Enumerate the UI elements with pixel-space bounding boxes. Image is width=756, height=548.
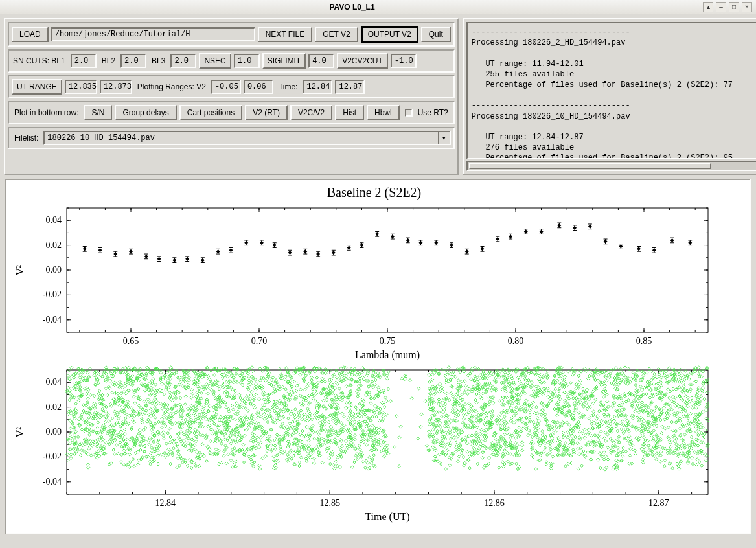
svg-marker-1052 xyxy=(190,466,193,470)
svg-marker-1074 xyxy=(201,443,204,446)
row-file-controls: LOAD /home/jones/Reduce/Tutorial/H NEXT … xyxy=(8,22,455,47)
v2-lo-input[interactable]: -0.05 xyxy=(211,80,241,94)
svg-marker-996 xyxy=(551,455,555,458)
ut-hi-input[interactable]: 12.873 xyxy=(100,80,132,94)
svg-marker-2920 xyxy=(143,389,146,392)
svg-marker-4229 xyxy=(685,424,689,427)
load-button[interactable]: LOAD xyxy=(12,27,49,42)
svg-marker-426 xyxy=(368,456,371,459)
bl3-input[interactable]: 2.0 xyxy=(170,54,196,68)
svg-marker-2194 xyxy=(213,374,216,377)
svg-marker-652 xyxy=(231,404,234,407)
svg-marker-3579 xyxy=(654,405,658,409)
scroll-thumb[interactable] xyxy=(469,163,711,169)
get-v2-button[interactable]: GET V2 xyxy=(315,27,358,42)
svg-marker-1362 xyxy=(159,402,162,405)
quit-button[interactable]: Quit xyxy=(421,27,451,42)
svg-marker-388 xyxy=(218,405,222,409)
svg-marker-160 xyxy=(273,244,277,247)
cart-positions-button[interactable]: Cart positions xyxy=(179,105,242,120)
svg-marker-4441 xyxy=(687,378,691,381)
minimize-icon[interactable]: – xyxy=(716,2,726,12)
svg-marker-3112 xyxy=(154,383,157,386)
dropdown-icon[interactable]: ▾ xyxy=(438,132,450,144)
svg-marker-1042 xyxy=(659,450,663,453)
filelist-input[interactable]: 180226_10_HD_154494.pav xyxy=(45,132,437,144)
svg-marker-3252 xyxy=(127,422,130,425)
svg-marker-2324 xyxy=(456,460,459,463)
time-lo-input[interactable]: 12.84 xyxy=(303,80,332,94)
maximize-icon[interactable]: □ xyxy=(729,2,739,12)
svg-marker-3125 xyxy=(347,371,350,374)
svg-marker-2050 xyxy=(620,428,623,431)
v2cv2cut-input[interactable]: -1.0 xyxy=(391,54,417,68)
svg-marker-815 xyxy=(529,413,532,417)
svg-marker-581 xyxy=(163,451,166,455)
filelist-combo[interactable]: 180226_10_HD_154494.pav ▾ xyxy=(43,131,450,145)
svg-marker-2946 xyxy=(488,446,492,450)
svg-marker-3307 xyxy=(201,415,205,418)
v2-hi-input[interactable]: 0.06 xyxy=(244,80,273,94)
svg-marker-3684 xyxy=(118,404,121,407)
svg-marker-4416 xyxy=(464,384,468,387)
svg-rect-0 xyxy=(67,208,708,332)
sn-button[interactable]: S/N xyxy=(84,105,112,120)
hist-button[interactable]: Hist xyxy=(335,105,364,120)
svg-marker-3319 xyxy=(111,440,114,444)
svg-marker-430 xyxy=(690,456,693,459)
svg-marker-3109 xyxy=(293,413,296,417)
svg-marker-2175 xyxy=(284,387,288,391)
svg-marker-2132 xyxy=(621,420,624,423)
log-hscrollbar[interactable]: ◂ ▸ xyxy=(466,161,756,171)
svg-marker-4208 xyxy=(602,451,606,454)
svg-marker-2877 xyxy=(387,371,390,374)
svg-marker-1198 xyxy=(115,444,119,447)
svg-marker-1606 xyxy=(540,452,543,455)
svg-marker-4411 xyxy=(605,379,608,382)
svg-marker-4506 xyxy=(515,462,518,466)
output-v2-button[interactable]: OUTPUT V2 xyxy=(361,26,418,43)
svg-marker-649 xyxy=(645,371,648,374)
svg-marker-4532 xyxy=(383,405,386,409)
svg-marker-4536 xyxy=(319,392,323,395)
svg-marker-3843 xyxy=(696,433,700,437)
window-title: PAVO L0_L1 xyxy=(329,3,374,12)
svg-marker-168 xyxy=(303,249,307,253)
svg-marker-268 xyxy=(688,241,692,245)
v2-rt-button[interactable]: V2 (RT) xyxy=(245,105,288,120)
nsec-label: NSEC xyxy=(199,53,231,69)
svg-marker-559 xyxy=(635,407,638,410)
svg-marker-1157 xyxy=(192,412,196,415)
v2cv2-button[interactable]: V2C/V2 xyxy=(290,105,332,120)
svg-marker-708 xyxy=(299,394,302,398)
svg-marker-1737 xyxy=(653,372,656,376)
hbwl-button[interactable]: Hbwl xyxy=(367,105,400,120)
close-icon[interactable]: × xyxy=(742,2,752,12)
svg-marker-2084 xyxy=(443,405,446,409)
use-rt-checkbox[interactable] xyxy=(405,109,413,117)
path-input[interactable]: /home/jones/Reduce/Tutorial/H xyxy=(51,27,255,41)
svg-marker-2817 xyxy=(341,412,344,415)
svg-marker-3376 xyxy=(461,421,464,424)
svg-text:0.04: 0.04 xyxy=(46,215,62,225)
ut-lo-input[interactable]: 12.835 xyxy=(65,80,97,94)
svg-marker-216 xyxy=(481,247,485,251)
nsec-input[interactable]: 1.0 xyxy=(234,54,260,68)
svg-marker-176 xyxy=(332,251,336,255)
next-file-button[interactable]: NEXT FILE xyxy=(258,27,312,42)
svg-marker-2672 xyxy=(89,454,93,457)
svg-text:Lambda (mum): Lambda (mum) xyxy=(355,349,420,361)
siglimit-input[interactable]: 4.0 xyxy=(308,54,334,68)
titlebar-roll-icon[interactable]: ▴ xyxy=(703,2,713,12)
bl2-input[interactable]: 2.0 xyxy=(120,54,146,68)
bl1-input[interactable]: 2.0 xyxy=(71,54,97,68)
group-delays-button[interactable]: Group delays xyxy=(115,105,176,120)
svg-marker-693 xyxy=(449,372,452,376)
scroll-trough[interactable] xyxy=(466,161,756,171)
svg-marker-2515 xyxy=(333,467,336,470)
svg-marker-2270 xyxy=(167,448,170,451)
svg-marker-2876 xyxy=(269,444,273,447)
svg-text:12.87: 12.87 xyxy=(648,498,669,508)
svg-marker-3814 xyxy=(358,402,361,405)
time-hi-input[interactable]: 12.87 xyxy=(335,80,365,94)
